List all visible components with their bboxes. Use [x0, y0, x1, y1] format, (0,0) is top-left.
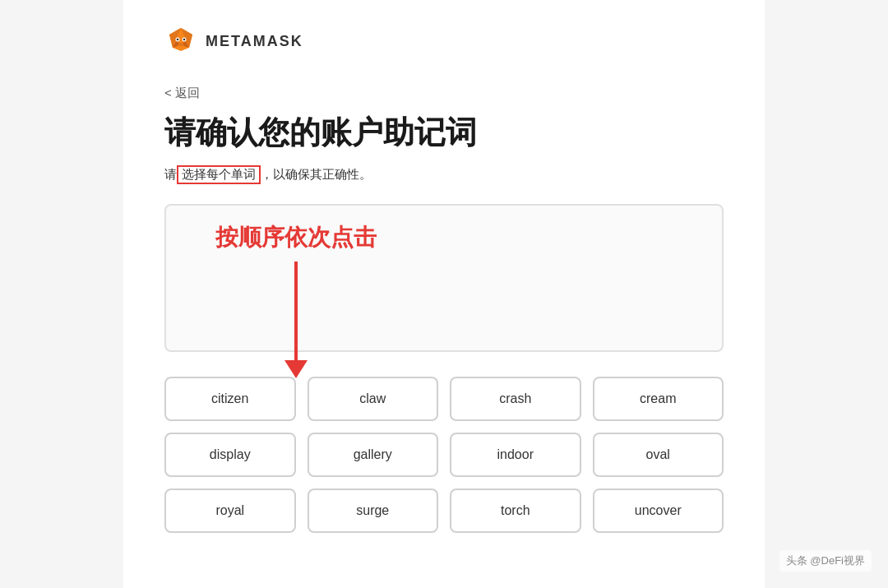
word-selected-area: 按顺序依次点击	[164, 204, 724, 352]
header: METAMASK	[164, 16, 724, 66]
word-button-indoor[interactable]: indoor	[450, 433, 581, 477]
subtitle-highlight: 选择每个单词	[177, 165, 261, 184]
annotation-text: 按顺序依次点击	[215, 222, 377, 253]
metamask-logo	[164, 25, 197, 58]
page-title: 请确认您的账户助记词	[164, 114, 724, 152]
arrow-line	[294, 262, 298, 360]
word-button-surge[interactable]: surge	[308, 488, 439, 533]
word-button-uncover[interactable]: uncover	[593, 488, 724, 533]
svg-point-8	[177, 39, 179, 41]
word-grid: citizenclawcrashcreamdisplaygalleryindoo…	[164, 377, 724, 533]
word-button-torch[interactable]: torch	[450, 488, 581, 533]
word-button-cream[interactable]: cream	[593, 377, 724, 421]
word-button-royal[interactable]: royal	[164, 488, 296, 533]
word-button-oval[interactable]: oval	[593, 433, 724, 477]
arrow-head	[284, 360, 308, 378]
word-button-claw[interactable]: claw	[308, 377, 439, 421]
page-container: METAMASK < 返回 请确认您的账户助记词 请选择每个单词，以确保其正确性…	[123, 0, 765, 588]
metamask-title: METAMASK	[206, 33, 303, 50]
word-button-display[interactable]: display	[164, 433, 296, 477]
svg-point-9	[183, 39, 186, 41]
word-button-crash[interactable]: crash	[450, 377, 581, 421]
watermark: 头条 @DeFi视界	[779, 550, 872, 572]
word-button-citizen[interactable]: citizen	[164, 377, 296, 421]
annotation-arrow: 按顺序依次点击	[215, 222, 377, 378]
subtitle: 请选择每个单词，以确保其正确性。	[164, 165, 724, 184]
word-button-gallery[interactable]: gallery	[308, 433, 439, 477]
back-link[interactable]: < 返回	[164, 86, 200, 101]
subtitle-before: 请	[164, 167, 177, 181]
subtitle-after: ，以确保其正确性。	[261, 167, 372, 181]
arrow-down	[215, 262, 377, 378]
